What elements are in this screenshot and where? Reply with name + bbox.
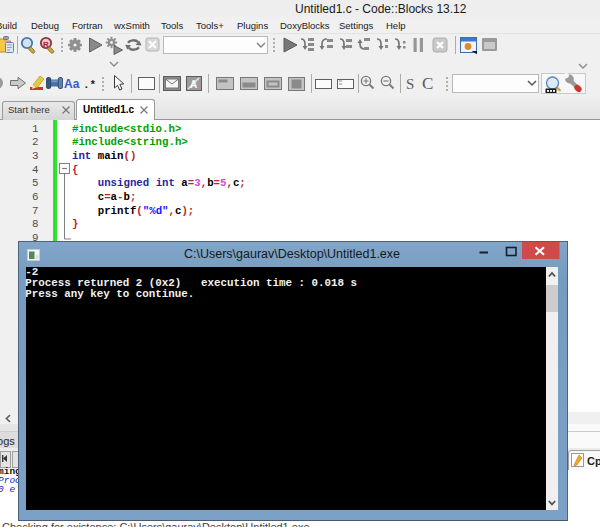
svg-text:A: A xyxy=(190,79,197,90)
svg-text:C: C xyxy=(422,74,433,93)
svg-text:.*: .* xyxy=(83,79,96,91)
svg-text:Aa: Aa xyxy=(64,77,80,91)
svg-text:R: R xyxy=(43,40,49,49)
svg-text:S: S xyxy=(406,76,414,92)
